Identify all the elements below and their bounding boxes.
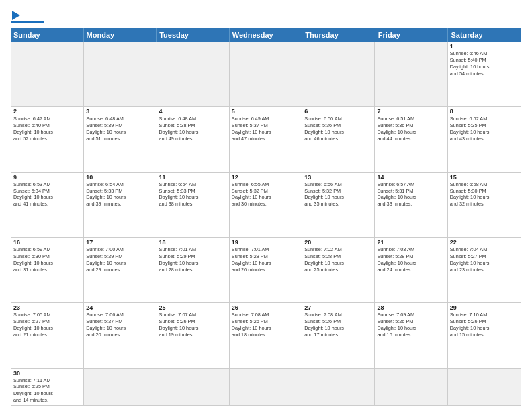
day-info: Sunrise: 6:46 AM Sunset: 5:40 PM Dayligh… xyxy=(450,50,519,77)
day-info: Sunrise: 6:48 AM Sunset: 5:39 PM Dayligh… xyxy=(86,116,154,142)
day-cell-14: 14Sunrise: 6:57 AM Sunset: 5:31 PM Dayli… xyxy=(375,173,447,237)
day-number: 28 xyxy=(377,304,445,311)
day-info: Sunrise: 6:52 AM Sunset: 5:35 PM Dayligh… xyxy=(450,116,519,142)
day-number: 29 xyxy=(450,304,519,311)
calendar-body: 1Sunrise: 6:46 AM Sunset: 5:40 PM Daylig… xyxy=(11,42,521,406)
day-info: Sunrise: 6:59 AM Sunset: 5:30 PM Dayligh… xyxy=(13,246,81,273)
day-number: 15 xyxy=(450,174,519,181)
day-number: 2 xyxy=(13,108,81,115)
day-number: 10 xyxy=(86,174,154,181)
day-cell-18: 18Sunrise: 7:01 AM Sunset: 5:29 PM Dayli… xyxy=(157,238,230,302)
day-cell-19: 19Sunrise: 7:01 AM Sunset: 5:28 PM Dayli… xyxy=(230,238,302,302)
day-number: 18 xyxy=(159,239,227,246)
day-info: Sunrise: 6:53 AM Sunset: 5:34 PM Dayligh… xyxy=(13,181,81,208)
day-number: 27 xyxy=(304,304,372,311)
day-number: 7 xyxy=(377,108,445,115)
day-cell-13: 13Sunrise: 6:56 AM Sunset: 5:32 PM Dayli… xyxy=(302,173,375,237)
day-cell-5: 5Sunrise: 6:49 AM Sunset: 5:37 PM Daylig… xyxy=(230,107,302,171)
day-number: 8 xyxy=(450,108,519,115)
day-cell-7: 7Sunrise: 6:51 AM Sunset: 5:36 PM Daylig… xyxy=(375,107,447,171)
day-info: Sunrise: 7:08 AM Sunset: 5:26 PM Dayligh… xyxy=(232,312,300,338)
day-cell-21: 21Sunrise: 7:03 AM Sunset: 5:28 PM Dayli… xyxy=(375,238,447,302)
day-info: Sunrise: 6:54 AM Sunset: 5:33 PM Dayligh… xyxy=(159,181,227,208)
day-cell-3: 3Sunrise: 6:48 AM Sunset: 5:39 PM Daylig… xyxy=(84,107,157,171)
day-number: 6 xyxy=(304,108,372,115)
day-number: 1 xyxy=(450,43,519,50)
day-cell-30: 30Sunrise: 7:11 AM Sunset: 5:25 PM Dayli… xyxy=(11,369,84,405)
day-cell-22: 22Sunrise: 7:04 AM Sunset: 5:27 PM Dayli… xyxy=(448,238,521,302)
day-cell-15: 15Sunrise: 6:58 AM Sunset: 5:30 PM Dayli… xyxy=(448,173,521,237)
day-info: Sunrise: 7:10 AM Sunset: 5:26 PM Dayligh… xyxy=(450,312,519,338)
day-cell-12: 12Sunrise: 6:55 AM Sunset: 5:32 PM Dayli… xyxy=(230,173,302,237)
day-info: Sunrise: 7:06 AM Sunset: 5:27 PM Dayligh… xyxy=(86,312,154,338)
day-cell-4: 4Sunrise: 6:48 AM Sunset: 5:38 PM Daylig… xyxy=(157,107,230,171)
day-cell-27: 27Sunrise: 7:08 AM Sunset: 5:26 PM Dayli… xyxy=(302,303,375,367)
day-number: 26 xyxy=(232,304,300,311)
logo-triangle-icon xyxy=(12,11,20,20)
empty-cell-0-2 xyxy=(157,42,230,106)
day-info: Sunrise: 6:58 AM Sunset: 5:30 PM Dayligh… xyxy=(450,181,519,208)
day-number: 25 xyxy=(159,304,227,311)
day-number: 14 xyxy=(377,174,445,181)
day-cell-24: 24Sunrise: 7:06 AM Sunset: 5:27 PM Dayli… xyxy=(84,303,157,367)
calendar-row-5: 30Sunrise: 7:11 AM Sunset: 5:25 PM Dayli… xyxy=(11,369,521,405)
day-cell-10: 10Sunrise: 6:54 AM Sunset: 5:33 PM Dayli… xyxy=(84,173,157,237)
empty-cell-5-2 xyxy=(157,369,230,405)
empty-cell-0-4 xyxy=(302,42,375,106)
day-info: Sunrise: 7:07 AM Sunset: 5:26 PM Dayligh… xyxy=(159,312,227,338)
calendar-row-2: 9Sunrise: 6:53 AM Sunset: 5:34 PM Daylig… xyxy=(11,173,521,238)
day-info: Sunrise: 6:54 AM Sunset: 5:33 PM Dayligh… xyxy=(86,181,154,208)
page: SundayMondayTuesdayWednesdayThursdayFrid… xyxy=(0,0,532,411)
day-info: Sunrise: 6:55 AM Sunset: 5:32 PM Dayligh… xyxy=(232,181,300,208)
calendar-row-3: 16Sunrise: 6:59 AM Sunset: 5:30 PM Dayli… xyxy=(11,238,521,303)
weekday-header-monday: Monday xyxy=(84,28,157,42)
day-number: 3 xyxy=(86,108,154,115)
empty-cell-5-4 xyxy=(302,369,375,405)
day-info: Sunrise: 6:47 AM Sunset: 5:40 PM Dayligh… xyxy=(13,116,81,142)
day-number: 16 xyxy=(13,239,81,246)
day-info: Sunrise: 6:49 AM Sunset: 5:37 PM Dayligh… xyxy=(232,116,300,142)
empty-cell-5-3 xyxy=(230,369,302,405)
empty-cell-0-3 xyxy=(230,42,302,106)
day-number: 5 xyxy=(232,108,300,115)
day-info: Sunrise: 7:01 AM Sunset: 5:28 PM Dayligh… xyxy=(232,246,300,273)
day-cell-26: 26Sunrise: 7:08 AM Sunset: 5:26 PM Dayli… xyxy=(230,303,302,367)
day-number: 9 xyxy=(13,174,81,181)
logo-line xyxy=(11,21,44,23)
day-info: Sunrise: 6:56 AM Sunset: 5:32 PM Dayligh… xyxy=(304,181,372,208)
day-info: Sunrise: 7:04 AM Sunset: 5:27 PM Dayligh… xyxy=(450,246,519,273)
day-info: Sunrise: 6:48 AM Sunset: 5:38 PM Dayligh… xyxy=(159,116,227,142)
day-info: Sunrise: 6:57 AM Sunset: 5:31 PM Dayligh… xyxy=(377,181,445,208)
calendar-row-1: 2Sunrise: 6:47 AM Sunset: 5:40 PM Daylig… xyxy=(11,107,521,172)
empty-cell-0-0 xyxy=(11,42,84,106)
empty-cell-0-1 xyxy=(84,42,157,106)
weekday-header-tuesday: Tuesday xyxy=(157,28,230,42)
day-number: 30 xyxy=(13,370,81,377)
day-cell-28: 28Sunrise: 7:09 AM Sunset: 5:26 PM Dayli… xyxy=(375,303,447,367)
calendar-row-4: 23Sunrise: 7:05 AM Sunset: 5:27 PM Dayli… xyxy=(11,303,521,368)
logo xyxy=(11,8,44,23)
day-info: Sunrise: 7:00 AM Sunset: 5:29 PM Dayligh… xyxy=(86,246,154,273)
day-number: 17 xyxy=(86,239,154,246)
day-number: 22 xyxy=(450,239,519,246)
day-cell-17: 17Sunrise: 7:00 AM Sunset: 5:29 PM Dayli… xyxy=(84,238,157,302)
day-cell-9: 9Sunrise: 6:53 AM Sunset: 5:34 PM Daylig… xyxy=(11,173,84,237)
day-cell-8: 8Sunrise: 6:52 AM Sunset: 5:35 PM Daylig… xyxy=(448,107,521,171)
day-number: 4 xyxy=(159,108,227,115)
day-cell-11: 11Sunrise: 6:54 AM Sunset: 5:33 PM Dayli… xyxy=(157,173,230,237)
day-cell-16: 16Sunrise: 6:59 AM Sunset: 5:30 PM Dayli… xyxy=(11,238,84,302)
day-info: Sunrise: 7:01 AM Sunset: 5:29 PM Dayligh… xyxy=(159,246,227,273)
weekday-header-sunday: Sunday xyxy=(11,28,84,42)
day-number: 21 xyxy=(377,239,445,246)
calendar: SundayMondayTuesdayWednesdayThursdayFrid… xyxy=(11,28,521,406)
empty-cell-5-6 xyxy=(448,369,521,405)
day-info: Sunrise: 7:09 AM Sunset: 5:26 PM Dayligh… xyxy=(377,312,445,338)
day-number: 19 xyxy=(232,239,300,246)
day-cell-20: 20Sunrise: 7:02 AM Sunset: 5:28 PM Dayli… xyxy=(302,238,375,302)
header xyxy=(11,8,521,23)
empty-cell-5-5 xyxy=(375,369,447,405)
weekday-header-saturday: Saturday xyxy=(448,28,521,42)
weekday-header-thursday: Thursday xyxy=(302,28,375,42)
day-info: Sunrise: 6:50 AM Sunset: 5:36 PM Dayligh… xyxy=(304,116,372,142)
weekday-header-wednesday: Wednesday xyxy=(230,28,303,42)
